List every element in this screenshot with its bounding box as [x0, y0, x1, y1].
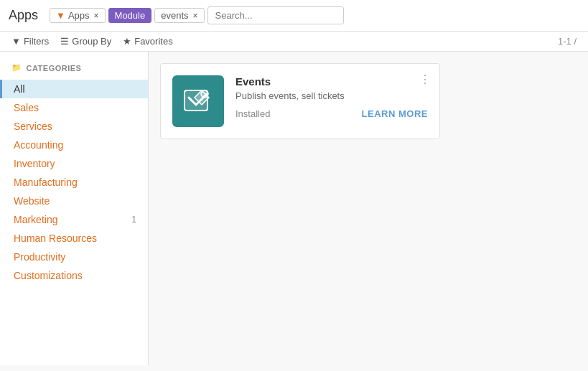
- events-tag-label: events: [161, 10, 188, 21]
- categories-title: CATEGORIES: [27, 64, 82, 72]
- app-info-events: Events Publish events, sell tickets Inst…: [235, 75, 428, 119]
- sidebar-item-marketing[interactable]: Marketing1: [0, 210, 148, 229]
- filter-tag-events[interactable]: events ×: [154, 8, 204, 23]
- sidebar-item-label-accounting: Accounting: [14, 139, 63, 151]
- sidebar-item-label-all: All: [14, 83, 25, 95]
- filter-funnel-icon: ▼: [11, 36, 21, 47]
- apps-tag-label: Apps: [68, 10, 90, 21]
- apps-tag-close[interactable]: ×: [94, 11, 99, 21]
- sidebar-item-manufacturing[interactable]: Manufacturing: [0, 173, 148, 192]
- sidebar-item-customizations[interactable]: Customizations: [0, 266, 148, 285]
- groupby-button[interactable]: ☰ Group By: [60, 36, 111, 47]
- card-menu-icon[interactable]: ⋮: [419, 72, 431, 86]
- sidebar-item-label-services: Services: [14, 121, 52, 132]
- sidebar-item-services[interactable]: Services: [0, 117, 148, 136]
- sidebar-item-all[interactable]: All: [0, 80, 148, 98]
- app-footer: Installed LEARN MORE: [235, 108, 428, 119]
- sidebar-item-label-human-resources: Human Resources: [14, 233, 97, 244]
- app-card-events: Events Publish events, sell tickets Inst…: [160, 63, 440, 139]
- sidebar-item-label-sales: Sales: [14, 102, 39, 113]
- filter-icon: ▼: [56, 10, 65, 21]
- sidebar-item-label-productivity: Productivity: [14, 251, 65, 263]
- events-tag-close[interactable]: ×: [193, 11, 198, 21]
- learn-more-button[interactable]: LEARN MORE: [362, 108, 428, 119]
- sidebar-item-inventory[interactable]: Inventory: [0, 154, 148, 173]
- sidebar-header: 📁 CATEGORIES: [0, 63, 148, 80]
- sidebar-item-website[interactable]: Website: [0, 192, 148, 210]
- sidebar-items: AllSalesServicesAccountingInventoryManuf…: [0, 80, 148, 285]
- sidebar-item-sales[interactable]: Sales: [0, 98, 148, 117]
- filter-tags: ▼ Apps × Module events ×: [50, 6, 344, 24]
- star-icon: ★: [123, 36, 131, 47]
- sidebar-item-count-marketing: 1: [131, 215, 136, 225]
- main-layout: 📁 CATEGORIES AllSalesServicesAccountingI…: [0, 52, 588, 365]
- top-bar-left: Apps ▼ Apps × Module events ×: [9, 6, 344, 24]
- content-area: Events Publish events, sell tickets Inst…: [149, 52, 588, 365]
- sidebar-item-label-website: Website: [14, 195, 50, 207]
- installed-badge: Installed: [235, 108, 270, 119]
- groupby-label: Group By: [72, 36, 111, 47]
- sidebar-item-label-marketing: Marketing: [14, 214, 57, 225]
- folder-icon: 📁: [11, 63, 22, 72]
- app-name: Events: [235, 75, 428, 88]
- results-count: 1-1 /: [558, 36, 577, 47]
- sidebar-item-label-manufacturing: Manufacturing: [14, 177, 78, 188]
- top-bar: Apps ▼ Apps × Module events ×: [0, 0, 588, 32]
- sidebar-item-productivity[interactable]: Productivity: [0, 248, 148, 266]
- sidebar: 📁 CATEGORIES AllSalesServicesAccountingI…: [0, 52, 149, 365]
- groupby-icon: ☰: [60, 36, 69, 47]
- filters-label: Filters: [24, 36, 49, 47]
- svg-point-1: [201, 90, 208, 98]
- page-title: Apps: [9, 8, 38, 23]
- filters-button[interactable]: ▼ Filters: [11, 36, 49, 47]
- app-description: Publish events, sell tickets: [235, 90, 428, 101]
- secondary-toolbar: ▼ Filters ☰ Group By ★ Favorites 1-1 /: [0, 32, 588, 52]
- filter-tag-module[interactable]: Module: [108, 8, 152, 23]
- sidebar-item-label-customizations: Customizations: [14, 270, 83, 281]
- search-input[interactable]: [207, 6, 344, 24]
- app-icon-events: [172, 75, 224, 127]
- sidebar-item-label-inventory: Inventory: [14, 158, 55, 169]
- module-tag-label: Module: [115, 10, 146, 21]
- favorites-label: Favorites: [134, 36, 172, 47]
- sidebar-item-human-resources[interactable]: Human Resources: [0, 229, 148, 248]
- sidebar-item-accounting[interactable]: Accounting: [0, 136, 148, 154]
- filter-tag-apps[interactable]: ▼ Apps ×: [50, 8, 106, 23]
- favorites-button[interactable]: ★ Favorites: [123, 36, 172, 47]
